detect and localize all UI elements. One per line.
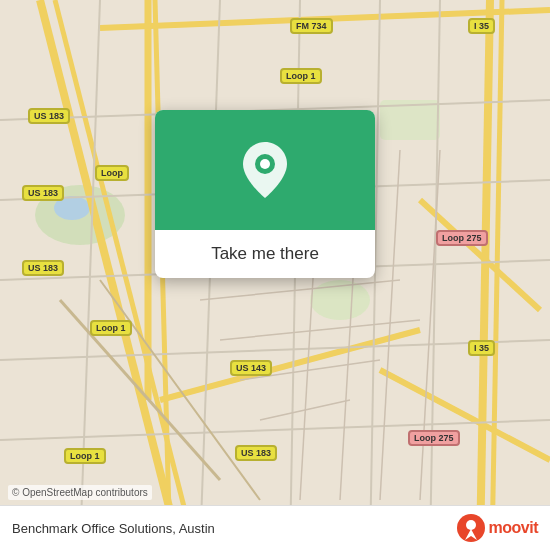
road-badge-r12: Loop 275 — [408, 430, 460, 446]
location-pin-icon — [241, 140, 289, 200]
road-badge-r3: Loop 1 — [280, 68, 322, 84]
moovit-icon — [457, 514, 485, 542]
moovit-logo: moovit — [457, 514, 538, 542]
popup-card[interactable]: Take me there — [155, 110, 375, 278]
road-badge-r13: US 183 — [235, 445, 277, 461]
svg-point-36 — [260, 159, 270, 169]
road-badge-r14: Loop 1 — [64, 448, 106, 464]
road-badge-r6: US 183 — [22, 185, 64, 201]
road-badge-r8: Loop 275 — [436, 230, 488, 246]
bottom-bar: Benchmark Office Solutions, Austin moovi… — [0, 505, 550, 550]
map-container: FM 734I 35Loop 1LoopUS 183US 183US 183Lo… — [0, 0, 550, 550]
popup-button-area[interactable]: Take me there — [155, 230, 375, 278]
svg-point-38 — [466, 520, 476, 530]
take-me-there-button[interactable]: Take me there — [211, 244, 319, 264]
location-label: Benchmark Office Solutions, Austin — [12, 521, 215, 536]
road-badge-r4: Loop — [95, 165, 129, 181]
road-badge-r10: US 143 — [230, 360, 272, 376]
road-badge-r5: US 183 — [28, 108, 70, 124]
road-badge-r2: I 35 — [468, 18, 495, 34]
popup-green-area — [155, 110, 375, 230]
road-badge-r9: Loop 1 — [90, 320, 132, 336]
moovit-text: moovit — [489, 519, 538, 537]
road-badge-r1: FM 734 — [290, 18, 333, 34]
attribution-text: © OpenStreetMap contributors — [8, 485, 152, 500]
road-badge-r11: I 35 — [468, 340, 495, 356]
road-badge-r7: US 183 — [22, 260, 64, 276]
